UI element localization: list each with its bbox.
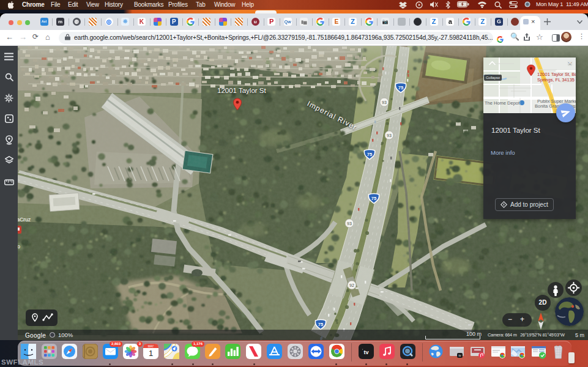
svg-text:Springs, FL 34135: Springs, FL 34135 bbox=[537, 77, 575, 83]
svg-text:tv: tv bbox=[459, 354, 461, 357]
svg-text:93: 93 bbox=[347, 221, 352, 226]
svg-text:93: 93 bbox=[382, 100, 387, 105]
svg-text:12001 Taylor St: 12001 Taylor St bbox=[217, 87, 267, 94]
svg-text:75: 75 bbox=[318, 322, 323, 327]
svg-text:92: 92 bbox=[349, 283, 354, 287]
svg-text:75: 75 bbox=[367, 152, 372, 157]
svg-text:75: 75 bbox=[398, 85, 403, 91]
svg-text:75: 75 bbox=[371, 196, 376, 201]
svg-text:93: 93 bbox=[387, 133, 392, 138]
svg-text:1: 1 bbox=[149, 349, 153, 358]
svg-text:MAY: MAY bbox=[148, 345, 154, 348]
svg-text:The Home Depot: The Home Depot bbox=[485, 100, 520, 106]
svg-text:12001 Taylor St, Boni: 12001 Taylor St, Boni bbox=[537, 72, 576, 77]
svg-text:tv: tv bbox=[363, 349, 368, 355]
